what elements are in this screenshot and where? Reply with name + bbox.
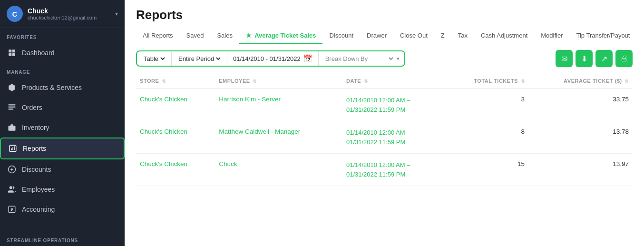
breakdown-select-container[interactable]: Break Down By Employee Store Date ▾ — [319, 52, 404, 66]
tab-tax[interactable]: Tax — [451, 28, 474, 44]
date-range-end: 01/31/2022 11:59 PM — [346, 138, 441, 147]
date-range-start: 01/14/2010 12:00 AM – — [346, 128, 441, 138]
tab-label: Close Out — [400, 32, 428, 39]
action-buttons: ✉ ⬇ ↗ 🖨 — [556, 50, 633, 67]
products-icon — [7, 82, 17, 93]
date-range-start: 01/14/2010 12:00 AM – — [346, 96, 441, 105]
tab-label: Sales — [217, 32, 233, 39]
employees-icon — [7, 184, 17, 195]
inventory-icon — [7, 122, 17, 133]
cell-date: 01/14/2010 12:00 AM – 01/31/2022 11:59 P… — [342, 89, 445, 121]
period-select[interactable]: Entire Period Today Yesterday This Week … — [176, 55, 222, 63]
cell-average-ticket: 13.97 — [528, 154, 633, 186]
cell-employee[interactable]: Harrison Kim - Server — [215, 89, 342, 121]
sidebar-item-label: Products & Services — [22, 84, 82, 91]
email-button[interactable]: ✉ — [556, 50, 573, 67]
tab-bar: All Reports Saved Sales ⬇ ★ Average Tick… — [136, 28, 633, 44]
sidebar-item-orders[interactable]: Orders — [0, 98, 125, 118]
cell-total-tickets: 3 — [445, 89, 528, 121]
main-content: Reports All Reports Saved Sales ⬇ ★ Aver… — [125, 0, 644, 246]
tab-label: Cash Adjustment — [481, 32, 527, 39]
tab-label: Modifier — [541, 32, 563, 39]
tab-label: Tip Transfer/Payout — [576, 32, 630, 39]
favorites-section-label: FAVORITES — [0, 28, 125, 43]
date-range-end: 01/31/2022 11:59 PM — [346, 105, 441, 115]
sidebar-item-accounting[interactable]: Accounting — [0, 199, 125, 219]
user-menu[interactable]: C Chuck chuckschicken12@gmail.com ▾ — [0, 0, 125, 28]
col-employee[interactable]: EMPLOYEE ⇅ — [215, 73, 342, 89]
sidebar-item-products-services[interactable]: Products & Services — [0, 78, 125, 98]
tab-tip-transfer[interactable]: Tip Transfer/Payout ⬇ ⬇ ⬇ ⬇ — [570, 28, 633, 44]
tab-drawer[interactable]: Drawer — [360, 28, 393, 44]
table-row: Chuck's Chicken Harrison Kim - Server 01… — [136, 89, 633, 121]
date-range-text: 01/14/2010 - 01/31/2022 — [233, 55, 301, 62]
cell-store[interactable]: Chuck's Chicken — [136, 121, 215, 154]
sidebar-item-discounts[interactable]: Discounts — [0, 159, 125, 179]
view-select[interactable]: Table Chart — [142, 55, 166, 63]
tab-label: All Reports — [143, 32, 173, 39]
col-average-ticket[interactable]: AVERAGE TICKET ($) ⇅ — [528, 73, 633, 89]
discounts-icon — [7, 164, 17, 175]
col-store[interactable]: STORE ⇅ — [136, 73, 215, 89]
period-select-container[interactable]: Entire Period Today Yesterday This Week … — [172, 52, 227, 66]
sidebar-item-dashboard[interactable]: Dashboard — [0, 43, 125, 63]
tab-label: Discount — [329, 32, 353, 39]
table-row: Chuck's Chicken Chuck 01/14/2010 12:00 A… — [136, 154, 633, 186]
user-name: Chuck — [28, 7, 115, 15]
cell-total-tickets: 8 — [445, 121, 528, 154]
sidebar-item-label: Reports — [23, 145, 46, 152]
avatar: C — [7, 6, 23, 22]
share-button[interactable]: ↗ — [595, 50, 613, 67]
dashboard-icon — [7, 48, 17, 58]
cell-date: 01/14/2010 12:00 AM – 01/31/2022 11:59 P… — [342, 121, 445, 154]
view-select-container[interactable]: Table Chart — [137, 52, 172, 66]
user-info: Chuck chuckschicken12@gmail.com — [28, 7, 115, 20]
accounting-icon — [7, 204, 17, 215]
sidebar-item-label: Employees — [22, 186, 55, 193]
tab-saved[interactable]: Saved — [180, 28, 211, 44]
sort-icon: ⇅ — [521, 79, 525, 84]
tab-all-reports[interactable]: All Reports — [136, 28, 180, 44]
col-date[interactable]: DATE ⇅ — [342, 73, 445, 89]
sidebar-item-reports[interactable]: Reports — [0, 138, 125, 159]
table-header: STORE ⇅ EMPLOYEE ⇅ DATE ⇅ TOTAL TICKETS … — [136, 73, 633, 89]
controls-row: Table Chart Entire Period Today Yesterda… — [125, 44, 644, 73]
svg-rect-5 — [9, 107, 16, 108]
sidebar-item-label: Dashboard — [22, 49, 55, 57]
tab-label: Z — [441, 32, 445, 39]
tab-sales[interactable]: Sales — [210, 28, 239, 44]
date-range-start: 01/14/2010 12:00 AM – — [346, 160, 441, 170]
svg-rect-4 — [9, 104, 16, 105]
tab-average-ticket-sales[interactable]: ⬇ ★ Average Ticket Sales — [239, 28, 323, 44]
cell-store[interactable]: Chuck's Chicken — [136, 89, 215, 121]
sort-icon: ⇅ — [364, 79, 368, 84]
col-total-tickets[interactable]: TOTAL TICKETS ⇅ — [445, 73, 528, 89]
tab-discount[interactable]: Discount — [322, 28, 360, 44]
tab-label: Average Ticket Sales — [254, 32, 316, 39]
tab-modifier[interactable]: Modifier — [534, 28, 569, 44]
tab-cash-adjustment[interactable]: Cash Adjustment — [474, 28, 534, 44]
calendar-icon: 📅 — [303, 54, 312, 63]
table-row: Chuck's Chicken Matthew Caldwell - Manag… — [136, 121, 633, 154]
tab-label: Saved — [186, 32, 204, 39]
tab-close-out[interactable]: Close Out — [393, 28, 434, 44]
chevron-down-icon: ▾ — [115, 10, 118, 17]
svg-rect-3 — [12, 53, 15, 56]
sidebar-item-inventory[interactable]: Inventory — [0, 118, 125, 138]
print-button[interactable]: 🖨 — [615, 50, 633, 67]
download-button[interactable]: ⬇ — [576, 50, 593, 67]
user-email: chuckschicken12@gmail.com — [28, 15, 115, 20]
page-title: Reports — [136, 8, 633, 22]
tab-z[interactable]: Z — [434, 28, 451, 44]
cell-employee[interactable]: Matthew Caldwell - Manager — [215, 121, 342, 154]
table-body: Chuck's Chicken Harrison Kim - Server 01… — [136, 89, 633, 186]
cell-employee[interactable]: Chuck — [215, 154, 342, 186]
streamline-section-label: STREAMLINE OPERATIONS — [0, 231, 125, 246]
sidebar-item-employees[interactable]: Employees — [0, 179, 125, 199]
date-range-control[interactable]: 01/14/2010 - 01/31/2022 📅 — [227, 51, 319, 66]
sidebar: C Chuck chuckschicken12@gmail.com ▾ FAVO… — [0, 0, 125, 246]
date-range-end: 01/31/2022 11:59 PM — [346, 170, 441, 179]
svg-rect-7 — [9, 126, 16, 131]
breakdown-select[interactable]: Break Down By Employee Store Date — [323, 55, 395, 63]
cell-store[interactable]: Chuck's Chicken — [136, 154, 215, 186]
